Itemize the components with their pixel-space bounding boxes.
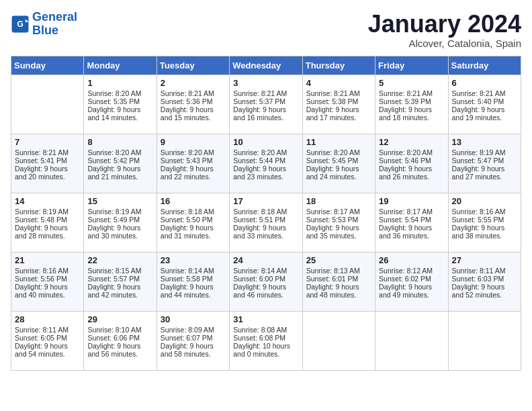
- day-info: Sunrise: 8:19 AM: [15, 208, 80, 216]
- day-info: Sunrise: 8:19 AM: [87, 208, 152, 216]
- logo-text: General Blue: [32, 11, 77, 38]
- calendar-cell: 26Sunrise: 8:12 AMSunset: 6:02 PMDayligh…: [375, 252, 448, 311]
- day-number: 23: [161, 255, 226, 265]
- day-info: and 46 minutes.: [233, 291, 298, 299]
- day-info: Sunset: 5:58 PM: [161, 275, 226, 283]
- day-info: and 35 minutes.: [306, 232, 371, 240]
- day-info: Sunset: 6:00 PM: [233, 275, 298, 283]
- day-info: Sunrise: 8:21 AM: [452, 89, 517, 97]
- calendar-cell: 17Sunrise: 8:18 AMSunset: 5:51 PMDayligh…: [230, 193, 302, 252]
- day-info: Daylight: 10 hours: [233, 342, 298, 350]
- day-info: Sunrise: 8:17 AM: [306, 208, 371, 216]
- day-info: Daylight: 9 hours: [15, 165, 80, 173]
- calendar-cell: 31Sunrise: 8:08 AMSunset: 6:08 PMDayligh…: [230, 311, 302, 370]
- calendar-cell: 30Sunrise: 8:09 AMSunset: 6:07 PMDayligh…: [157, 311, 229, 370]
- day-info: and 52 minutes.: [452, 291, 517, 299]
- day-info: Daylight: 9 hours: [87, 342, 152, 350]
- day-info: Daylight: 9 hours: [161, 105, 226, 113]
- calendar-cell: [375, 311, 448, 370]
- day-info: Sunset: 5:49 PM: [87, 216, 152, 224]
- day-number: 27: [452, 255, 517, 265]
- day-info: Daylight: 9 hours: [161, 342, 226, 350]
- day-info: and 38 minutes.: [452, 232, 517, 240]
- day-number: 31: [233, 314, 298, 324]
- day-info: Sunrise: 8:10 AM: [87, 326, 152, 334]
- day-info: Sunset: 6:07 PM: [161, 334, 226, 342]
- day-info: Sunset: 5:48 PM: [15, 216, 80, 224]
- day-info: Daylight: 9 hours: [452, 165, 517, 173]
- day-number: 5: [379, 78, 444, 88]
- calendar-cell: 20Sunrise: 8:16 AMSunset: 5:55 PMDayligh…: [448, 193, 521, 252]
- day-header-tuesday: Tuesday: [157, 56, 229, 75]
- logo: G General Blue: [11, 11, 77, 38]
- day-info: Sunrise: 8:13 AM: [306, 267, 371, 275]
- day-info: Sunrise: 8:21 AM: [161, 89, 226, 97]
- calendar-cell: 13Sunrise: 8:19 AMSunset: 5:47 PMDayligh…: [448, 134, 521, 193]
- day-info: Sunset: 5:42 PM: [87, 156, 152, 165]
- day-info: and 26 minutes.: [379, 173, 444, 181]
- calendar-week-5: 28Sunrise: 8:11 AMSunset: 6:05 PMDayligh…: [11, 311, 521, 370]
- calendar-cell: 6Sunrise: 8:21 AMSunset: 5:40 PMDaylight…: [448, 75, 521, 134]
- day-info: and 58 minutes.: [161, 350, 226, 358]
- day-number: 11: [306, 137, 371, 147]
- day-info: Sunrise: 8:14 AM: [161, 267, 226, 275]
- calendar-cell: 24Sunrise: 8:14 AMSunset: 6:00 PMDayligh…: [230, 252, 302, 311]
- calendar-cell: 28Sunrise: 8:11 AMSunset: 6:05 PMDayligh…: [11, 311, 84, 370]
- day-number: 2: [161, 78, 226, 88]
- calendar-cell: 8Sunrise: 8:20 AMSunset: 5:42 PMDaylight…: [84, 134, 157, 193]
- day-number: 12: [379, 137, 444, 147]
- day-number: 28: [15, 314, 80, 324]
- day-info: Sunset: 5:39 PM: [379, 97, 444, 105]
- day-number: 15: [87, 196, 152, 206]
- calendar-cell: 7Sunrise: 8:21 AMSunset: 5:41 PMDaylight…: [11, 134, 84, 193]
- calendar-week-2: 7Sunrise: 8:21 AMSunset: 5:41 PMDaylight…: [11, 134, 521, 193]
- day-info: Sunset: 5:38 PM: [306, 97, 371, 105]
- day-info: Sunrise: 8:09 AM: [161, 326, 226, 334]
- day-info: Sunrise: 8:08 AM: [233, 326, 298, 334]
- day-info: Sunset: 6:05 PM: [15, 334, 80, 342]
- day-info: Sunrise: 8:20 AM: [161, 148, 226, 156]
- day-info: Sunrise: 8:18 AM: [161, 208, 226, 216]
- day-info: and 33 minutes.: [233, 232, 298, 240]
- day-info: and 49 minutes.: [379, 291, 444, 299]
- day-info: Daylight: 9 hours: [306, 283, 371, 291]
- page-header: G General Blue January 2024 Alcover, Cat…: [11, 11, 521, 49]
- day-info: Sunrise: 8:14 AM: [233, 267, 298, 275]
- day-info: Daylight: 9 hours: [87, 165, 152, 173]
- calendar-cell: 18Sunrise: 8:17 AMSunset: 5:53 PMDayligh…: [302, 193, 375, 252]
- day-info: Daylight: 9 hours: [306, 165, 371, 173]
- day-number: 25: [306, 255, 371, 265]
- calendar-cell: 9Sunrise: 8:20 AMSunset: 5:43 PMDaylight…: [157, 134, 229, 193]
- day-number: 30: [161, 314, 226, 324]
- day-number: 18: [306, 196, 371, 206]
- day-info: Daylight: 9 hours: [233, 283, 298, 291]
- day-info: Daylight: 9 hours: [15, 224, 80, 232]
- calendar-cell: 15Sunrise: 8:19 AMSunset: 5:49 PMDayligh…: [84, 193, 157, 252]
- calendar-cell: [302, 311, 375, 370]
- day-info: Sunrise: 8:16 AM: [15, 267, 80, 275]
- day-number: 19: [379, 196, 444, 206]
- day-info: Daylight: 9 hours: [161, 224, 226, 232]
- calendar-cell: 10Sunrise: 8:20 AMSunset: 5:44 PMDayligh…: [230, 134, 302, 193]
- day-info: Sunset: 5:37 PM: [233, 97, 298, 105]
- day-info: Daylight: 9 hours: [452, 283, 517, 291]
- day-info: Daylight: 9 hours: [233, 224, 298, 232]
- day-info: Sunrise: 8:17 AM: [379, 208, 444, 216]
- day-info: and 28 minutes.: [15, 232, 80, 240]
- day-info: Sunset: 5:54 PM: [379, 216, 444, 224]
- calendar-header-row: SundayMondayTuesdayWednesdayThursdayFrid…: [11, 56, 521, 75]
- calendar-cell: 29Sunrise: 8:10 AMSunset: 6:06 PMDayligh…: [84, 311, 157, 370]
- calendar-cell: 25Sunrise: 8:13 AMSunset: 6:01 PMDayligh…: [302, 252, 375, 311]
- day-info: Sunrise: 8:20 AM: [379, 148, 444, 156]
- day-info: Sunset: 5:46 PM: [379, 156, 444, 165]
- day-info: Sunrise: 8:11 AM: [452, 267, 517, 275]
- day-number: 20: [452, 196, 517, 206]
- calendar-cell: 4Sunrise: 8:21 AMSunset: 5:38 PMDaylight…: [302, 75, 375, 134]
- day-info: Sunset: 6:01 PM: [306, 275, 371, 283]
- day-info: Sunrise: 8:20 AM: [87, 148, 152, 156]
- day-info: Daylight: 9 hours: [379, 165, 444, 173]
- day-info: Sunset: 5:51 PM: [233, 216, 298, 224]
- day-number: 13: [452, 137, 517, 147]
- day-header-friday: Friday: [375, 56, 448, 75]
- day-info: Sunset: 5:50 PM: [161, 216, 226, 224]
